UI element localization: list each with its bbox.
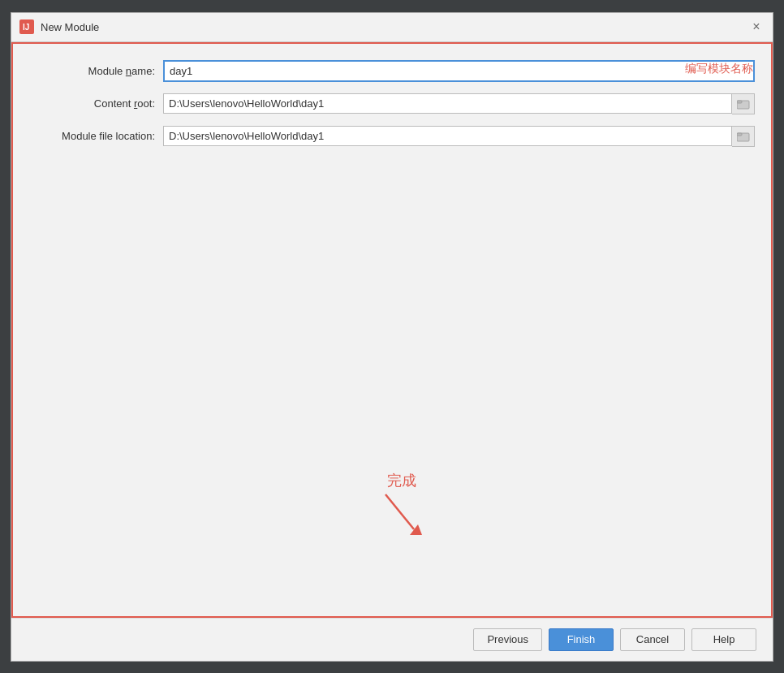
app-icon: IJ	[19, 19, 34, 34]
button-bar: Previous Finish Cancel Help	[11, 618, 773, 661]
finish-annotation: 完成	[369, 471, 434, 539]
help-button[interactable]: Help	[691, 628, 756, 651]
dialog-content: Module name: 编写模块名称 Content root:	[11, 42, 773, 618]
module-name-label: Module name:	[29, 65, 155, 77]
module-file-location-folder-button[interactable]	[732, 126, 755, 147]
module-name-input[interactable]	[165, 62, 677, 80]
module-file-location-label: Module file location:	[29, 130, 155, 142]
svg-line-6	[386, 494, 414, 529]
module-name-field-wrapper: 编写模块名称	[163, 60, 755, 82]
cancel-button[interactable]: Cancel	[620, 628, 685, 651]
close-button[interactable]: ×	[748, 19, 765, 35]
module-file-location-row: Module file location:	[29, 126, 755, 147]
svg-marker-7	[410, 524, 422, 535]
module-name-annotation: 编写模块名称	[685, 62, 753, 80]
content-root-folder-button[interactable]	[732, 93, 755, 114]
dialog-title: New Module	[41, 21, 99, 33]
previous-button[interactable]: Previous	[473, 628, 542, 651]
content-root-label: Content root:	[29, 97, 155, 110]
svg-rect-5	[737, 133, 742, 136]
finish-arrow-icon	[369, 490, 434, 539]
title-bar: IJ New Module ×	[11, 13, 773, 42]
module-name-row: Module name: 编写模块名称	[29, 60, 755, 82]
finish-annotation-label: 完成	[387, 471, 416, 490]
title-bar-left: IJ New Module	[19, 19, 99, 34]
content-root-field-wrapper	[163, 93, 755, 114]
content-root-input[interactable]	[163, 93, 732, 114]
module-file-location-input[interactable]	[163, 126, 732, 146]
svg-rect-3	[737, 101, 742, 103]
new-module-dialog: IJ New Module × Module name: 编写模块名称	[11, 12, 773, 662]
finish-button[interactable]: Finish	[549, 628, 614, 651]
content-root-row: Content root:	[29, 93, 755, 114]
form-section: Module name: 编写模块名称 Content root:	[29, 60, 755, 147]
svg-text:IJ: IJ	[23, 23, 29, 32]
module-file-location-field-wrapper	[163, 126, 755, 147]
